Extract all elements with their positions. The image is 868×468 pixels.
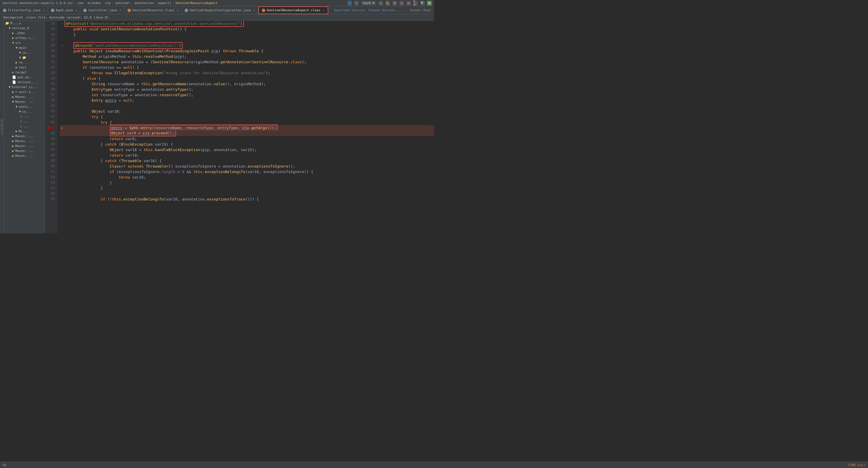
- toolbar-icon3[interactable]: ■: [406, 1, 411, 5]
- line-35: 35: [44, 81, 57, 87]
- sidebar-azul-label: < azul-1...: [15, 90, 36, 94]
- folder-arrow-icon7: ▼: [19, 56, 21, 60]
- code-content-54: }: [64, 185, 103, 191]
- sidebar-idea[interactable]: ▶ .idea: [4, 31, 44, 35]
- gutter-38: [60, 98, 64, 103]
- sidebar-maven4[interactable]: ▶ Maven: ...: [4, 139, 44, 144]
- sidebar-maven3[interactable]: ▶ Maven: ...: [4, 134, 44, 139]
- folder-arrow-icon8: ▶: [16, 61, 18, 64]
- line-42: 42: [44, 120, 57, 125]
- line-26: 26: [44, 32, 57, 37]
- code-content-34: } else {: [64, 76, 100, 81]
- folder-arrow-icon15: ▼: [16, 105, 18, 108]
- breadcrumb-annotation: annotation: [134, 1, 153, 5]
- code-content-38: Entry entry = null;: [64, 98, 135, 103]
- download-sources-link[interactable]: Download Sources: [334, 8, 365, 12]
- search-icon[interactable]: 🔍: [420, 1, 425, 5]
- sidebar-mi[interactable]: ▶ Mi...: [4, 129, 44, 134]
- tab-close-sentinelresource[interactable]: ✕: [177, 9, 179, 12]
- sidebar-version8[interactable]: ▼ version_8: [4, 26, 44, 31]
- toolbar-icon2[interactable]: ◷: [399, 1, 404, 5]
- sidebar-class2[interactable]: C ...: [4, 119, 44, 124]
- breadcrumb-sentinel: sentinel: [115, 1, 130, 5]
- gutter-35: [60, 81, 64, 87]
- code-line-54: }: [60, 185, 434, 191]
- tab-sentinelaspect-config[interactable]: SentinelAspectConfiguration.java ✕: [182, 6, 258, 14]
- folder-arrow-icon21: ▶: [12, 149, 14, 153]
- info-bar-text: Decompiled .class file, bytecode version…: [3, 15, 108, 19]
- sidebar-maven7[interactable]: ▶ Maven: ...: [4, 153, 44, 158]
- translate-icon[interactable]: A文: [413, 1, 418, 5]
- tab-icon-filterconfig: [3, 9, 6, 12]
- sidebar-external-libs-label: External Li...: [12, 85, 39, 89]
- sidebar-java[interactable]: ▼ ja...: [4, 50, 44, 55]
- tab-close-controller[interactable]: ✕: [120, 9, 121, 12]
- debug-icon[interactable]: 🐛: [385, 1, 390, 5]
- sidebar-class1[interactable]: C ...: [4, 114, 44, 119]
- sidebar-src-label: src: [15, 41, 21, 45]
- tab-close-sentinelaspect-config[interactable]: ✕: [253, 9, 255, 12]
- folder-arrow-icon14: ▼: [12, 100, 14, 104]
- sidebar-external-libs[interactable]: ▼ External Li...: [4, 85, 44, 90]
- tab-close-app8[interactable]: ✕: [75, 9, 77, 12]
- line-47: 47: [44, 147, 57, 153]
- reader-mode-button[interactable]: Reader Mode: [410, 8, 431, 12]
- sidebar-main-label: main: [19, 46, 27, 50]
- sidebar-arthas[interactable]: ▶ arthas-c...: [4, 35, 44, 40]
- sidebar-src[interactable]: ▼ src: [4, 40, 44, 45]
- sidebar-maven2[interactable]: ▼ Maven: ...: [4, 99, 44, 104]
- sidebar-class2-label: ...: [23, 120, 29, 123]
- sidebar-project-root[interactable]: 📁 P... ⊡: [4, 21, 44, 26]
- folder-arrow-icon: ▼: [9, 26, 11, 30]
- sidebar-azul[interactable]: ▶ < azul-1...: [4, 90, 44, 94]
- code-content-28: @Around("sentinelResourceAnnotationPoint…: [64, 42, 183, 49]
- code-content-25: public void sentinelResourceAnnotationPo…: [64, 26, 187, 32]
- folder-arrow-icon11: ▼: [9, 85, 11, 89]
- code-line-55: [60, 191, 434, 196]
- gutter-55: [60, 191, 64, 196]
- tab-filterconfig[interactable]: FilterConfig.java ✕: [0, 6, 48, 14]
- code-line-50: Class<? extends Throwable>[] exceptionsT…: [60, 163, 434, 169]
- toolbar-icon1[interactable]: ⊞: [393, 1, 397, 5]
- sidebar-idea-label: .idea: [15, 31, 25, 35]
- avatar-icon[interactable]: 头: [427, 1, 432, 5]
- sidebar-version-file[interactable]: 📄 version_...: [4, 80, 44, 85]
- sidebar-class3[interactable]: C ...: [4, 124, 44, 129]
- settings-icon[interactable]: ⚙: [354, 1, 359, 5]
- sidebar-java-sub[interactable]: ▼ 📁: [4, 55, 44, 60]
- tab-controller[interactable]: Controller.java ✕: [80, 6, 124, 14]
- tab-close-filterconfig[interactable]: ✕: [43, 9, 45, 12]
- sidebar-main[interactable]: ▼ main: [4, 45, 44, 50]
- sidebar-maven6[interactable]: ▶ Maven: ...: [4, 149, 44, 153]
- sidebar-resources[interactable]: ▶ re...: [4, 60, 44, 65]
- user-icon[interactable]: 👤: [347, 1, 352, 5]
- choose-sources-link[interactable]: Choose Sources...: [368, 8, 401, 12]
- line-39: 39: [44, 103, 57, 108]
- sidebar-test[interactable]: ▶ test: [4, 65, 44, 70]
- code-content-41: try {: [64, 114, 103, 120]
- structure-panel[interactable]: Structure: [0, 21, 4, 233]
- gutter-44: [60, 131, 64, 136]
- line-27: 27: [44, 37, 57, 43]
- code-line-39: [60, 103, 434, 108]
- editor-wrapper: 24 25 26 27 28 29 30 31 32 33 34 35 36 3…: [44, 21, 434, 233]
- code-content-31: SentinelResource annotation = (SentinelR…: [64, 59, 307, 65]
- line-33: 33: [44, 70, 57, 76]
- sidebar-senti[interactable]: ▼ senti...: [4, 104, 44, 109]
- sidebar-maven1[interactable]: ▶ Maven: ...: [4, 94, 44, 99]
- project-toggle-icon: ⊡: [19, 22, 21, 25]
- gutter-50: [60, 163, 64, 169]
- sidebar-java-label: ja...: [22, 51, 32, 55]
- tab-sentinelresource[interactable]: SentinelResource.class ✕: [125, 6, 182, 14]
- code-editor[interactable]: ⊙ @Pointcut("@annotation(com.alibaba.csp…: [58, 21, 434, 233]
- run-icon[interactable]: ▶: [378, 1, 383, 5]
- sidebar-pom[interactable]: 📄 pom.xm...: [4, 75, 44, 80]
- tab-sentinelresourceaspect[interactable]: SentinelResourceAspect.class ✕: [258, 6, 328, 14]
- sidebar-maven7-label: Maven: ...: [15, 154, 34, 158]
- tab-close-sentinelresourceaspect[interactable]: ✕: [323, 9, 325, 12]
- sidebar-co[interactable]: ▼ co...: [4, 109, 44, 114]
- sidebar-target[interactable]: ▶ target: [4, 70, 44, 75]
- sidebar-maven5[interactable]: ▶ Maven: ...: [4, 144, 44, 149]
- tab-app8[interactable]: App8.java ✕: [48, 6, 81, 14]
- app-selector[interactable]: App8 ▼: [361, 1, 376, 5]
